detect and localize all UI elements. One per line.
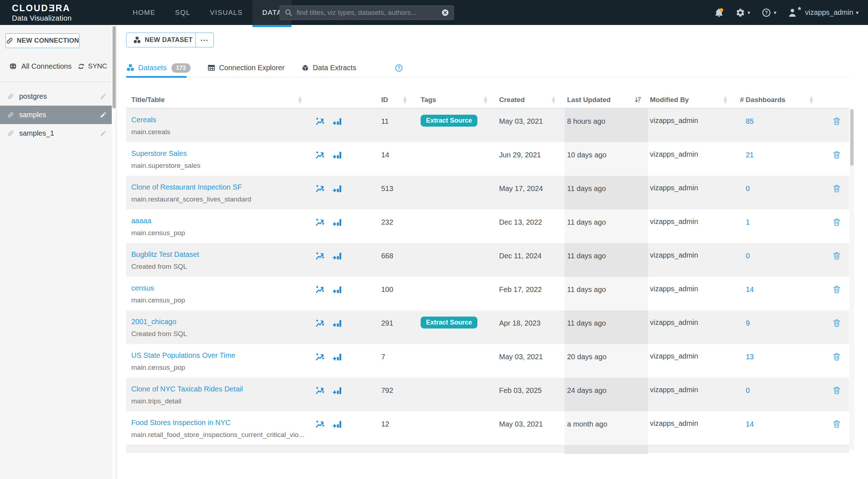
- delete-dataset-icon[interactable]: [832, 116, 841, 142]
- dashboards-count-link[interactable]: 14: [746, 420, 754, 428]
- connection-item-postgres[interactable]: postgres: [0, 87, 112, 106]
- tab-data-extracts[interactable]: Data Extracts: [301, 64, 356, 72]
- table-scrollbar[interactable]: [850, 109, 854, 450]
- nav-item-sql[interactable]: SQL: [165, 0, 200, 25]
- nav-item-visuals[interactable]: VISUALS: [200, 0, 253, 25]
- edit-connection-icon[interactable]: [100, 93, 107, 100]
- dataset-table-name: Created from SQL: [131, 263, 312, 271]
- search-input[interactable]: [297, 9, 438, 17]
- settings-menu[interactable]: ▾: [736, 8, 750, 17]
- tab-connection-explorer[interactable]: Connection Explorer: [207, 64, 285, 72]
- delete-dataset-icon[interactable]: [832, 352, 841, 378]
- delete-dataset-icon[interactable]: [832, 285, 841, 310]
- new-connection-button[interactable]: NEW CONNECTION: [5, 33, 80, 48]
- connection-item-samples[interactable]: samples: [0, 106, 112, 124]
- dashboards-count-link[interactable]: 0: [746, 252, 750, 260]
- column-header-title[interactable]: Title/Table: [126, 92, 312, 108]
- delete-dataset-icon[interactable]: [832, 251, 841, 277]
- new-visual-icon[interactable]: [333, 352, 342, 362]
- new-visual-icon[interactable]: [333, 386, 342, 395]
- new-visual-icon[interactable]: [333, 150, 342, 160]
- tab-data-extracts-label: Data Extracts: [313, 64, 356, 72]
- new-visual-icon[interactable]: [333, 116, 342, 126]
- datasets-table: Title/Table ID Tags Created Last Up: [126, 92, 849, 453]
- created-date: May 03, 2021: [495, 344, 565, 378]
- dataset-id: 792: [378, 378, 416, 411]
- new-dashboard-icon[interactable]: [315, 217, 325, 227]
- delete-dataset-icon[interactable]: [832, 419, 841, 445]
- brand-logo[interactable]: CLOUDƎRA Data Visualization: [12, 3, 72, 22]
- dataset-title-link[interactable]: US State Populations Over Time: [131, 351, 235, 359]
- new-dataset-button[interactable]: NEW DATASET: [126, 33, 200, 47]
- dashboards-count-link[interactable]: 0: [746, 386, 750, 394]
- new-dashboard-icon[interactable]: [315, 184, 325, 194]
- delete-dataset-icon[interactable]: [832, 386, 841, 411]
- new-visual-icon[interactable]: [333, 217, 342, 227]
- dashboards-count-link[interactable]: 1: [746, 218, 750, 226]
- search-clear-icon[interactable]: [441, 9, 449, 17]
- dataset-title-link[interactable]: aaaaa: [131, 217, 152, 225]
- new-dashboard-icon[interactable]: [315, 419, 325, 429]
- new-dashboard-icon[interactable]: [315, 318, 325, 328]
- connection-item-samples-1[interactable]: samples_1: [0, 124, 112, 143]
- column-header-spacer: [312, 92, 378, 108]
- dataset-id: 7: [378, 344, 416, 378]
- nav-item-home[interactable]: HOME: [123, 0, 165, 25]
- column-header-id[interactable]: ID: [378, 92, 416, 108]
- tabs-help-icon[interactable]: ?: [395, 64, 403, 72]
- dashboards-count-link[interactable]: 0: [746, 185, 750, 192]
- column-header-dashboards[interactable]: # Dashboards: [728, 92, 814, 108]
- delete-dataset-icon[interactable]: [832, 184, 841, 209]
- modified-by-value: vizapps_admin: [648, 109, 728, 142]
- dataset-id: 513: [378, 176, 416, 209]
- dataset-icon: [126, 64, 135, 72]
- dashboards-count-link[interactable]: 21: [746, 151, 754, 159]
- sidebar-scrollbar[interactable]: [112, 25, 116, 479]
- dataset-title-link[interactable]: Clone of NYC Taxicab Rides Detail: [131, 385, 243, 393]
- column-header-tags[interactable]: Tags: [416, 92, 495, 108]
- dataset-title-link[interactable]: Bugblitz Test Dataset: [131, 250, 199, 258]
- delete-dataset-icon[interactable]: [832, 217, 841, 243]
- new-dashboard-icon[interactable]: [315, 116, 325, 126]
- dataset-title-link[interactable]: 2001_chicago: [131, 318, 176, 326]
- dashboards-count-link[interactable]: 14: [746, 285, 754, 293]
- column-header-modified-by[interactable]: Modified By: [648, 92, 728, 108]
- dashboards-count-link[interactable]: 85: [746, 117, 754, 125]
- notifications-bell-icon[interactable]: [714, 8, 724, 18]
- delete-dataset-icon[interactable]: [832, 318, 841, 344]
- dataset-title-link[interactable]: census: [131, 284, 154, 292]
- dataset-id: 100: [378, 277, 416, 310]
- user-menu[interactable]: * vizapps_admin ▾: [788, 8, 859, 18]
- dataset-table-name: main.census_pop: [131, 364, 312, 372]
- delete-dataset-icon[interactable]: [832, 150, 841, 176]
- edit-connection-icon[interactable]: [100, 130, 107, 137]
- column-header-created[interactable]: Created: [495, 92, 565, 108]
- table-body: Cereals main.cereals 11 Extract Source M…: [126, 109, 849, 445]
- dashboards-count-link[interactable]: 13: [746, 353, 754, 361]
- new-visual-icon[interactable]: [333, 318, 342, 328]
- more-actions-button[interactable]: ...: [195, 33, 214, 47]
- new-dashboard-icon[interactable]: [315, 150, 325, 160]
- all-connections[interactable]: All Connections: [9, 62, 72, 71]
- new-visual-icon[interactable]: [333, 184, 342, 194]
- help-menu[interactable]: ? ▾: [762, 8, 776, 17]
- new-dashboard-icon[interactable]: [315, 251, 325, 261]
- sidebar-scrollbar-thumb[interactable]: [112, 26, 116, 109]
- dashboards-count-link[interactable]: 9: [746, 319, 750, 327]
- new-visual-icon[interactable]: [333, 419, 342, 429]
- dataset-title-link[interactable]: Clone of Restaurant Inspection SF: [131, 183, 242, 191]
- table-scrollbar-thumb[interactable]: [850, 109, 854, 166]
- new-visual-icon[interactable]: [333, 285, 342, 294]
- dataset-title-link[interactable]: Food Stores Inspection in NYC: [131, 419, 231, 427]
- table-row: Bugblitz Test Dataset Created from SQL 6…: [126, 243, 849, 277]
- dataset-title-link[interactable]: Cereals: [131, 116, 156, 124]
- column-header-last-updated[interactable]: Last Updated: [565, 92, 648, 108]
- dataset-title-link[interactable]: Superstore Sales: [131, 149, 187, 157]
- tab-datasets[interactable]: Datasets 173: [126, 63, 191, 73]
- new-dashboard-icon[interactable]: [315, 285, 325, 294]
- new-dashboard-icon[interactable]: [315, 386, 325, 395]
- new-dashboard-icon[interactable]: [315, 352, 325, 362]
- sync-button[interactable]: SYNC: [77, 62, 107, 70]
- new-visual-icon[interactable]: [333, 251, 342, 261]
- edit-connection-icon[interactable]: [100, 111, 107, 118]
